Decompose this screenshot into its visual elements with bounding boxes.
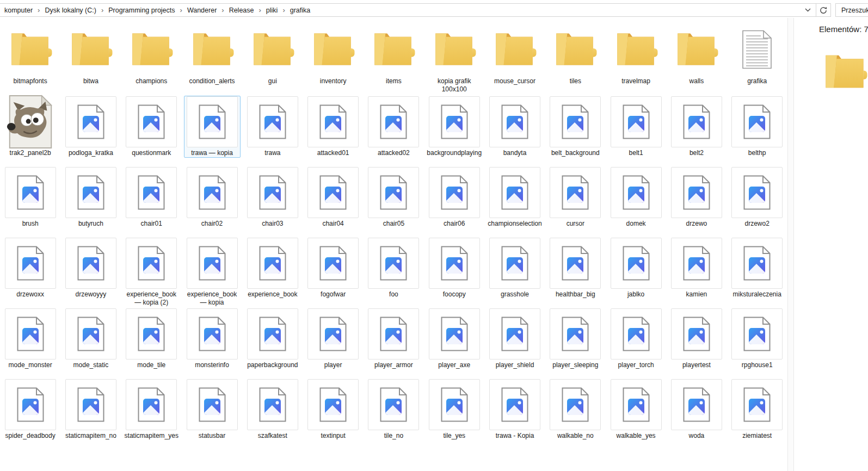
file-tile[interactable]: bandyta <box>487 96 543 158</box>
file-tile[interactable]: szafkatest <box>244 379 301 441</box>
file-tile[interactable]: rpghouse1 <box>729 308 785 370</box>
vertical-scrollbar[interactable] <box>787 18 794 471</box>
file-tile[interactable]: player_torch <box>608 308 664 370</box>
file-tile[interactable]: trawa <box>244 96 301 158</box>
file-tile[interactable]: chair04 <box>305 166 361 228</box>
file-tile[interactable]: trawa — kopia <box>184 96 241 158</box>
item-label: spider_deadbody <box>3 432 58 440</box>
file-tile[interactable]: brush <box>2 166 59 228</box>
breadcrumb-item[interactable]: grafika <box>288 7 312 14</box>
file-tile[interactable]: belthp <box>729 96 785 158</box>
file-tile[interactable]: mode_static <box>63 308 119 370</box>
file-tile[interactable]: mode_tile <box>123 308 180 370</box>
file-tile[interactable]: belt1 <box>608 96 664 158</box>
file-tile[interactable]: player_armor <box>365 308 422 370</box>
file-tile[interactable]: playertest <box>668 308 725 370</box>
file-tile[interactable]: foocopy <box>426 237 483 299</box>
file-tile[interactable]: player_axe <box>426 308 483 370</box>
file-tile[interactable]: player_sleeping <box>547 308 604 370</box>
file-tile[interactable]: staticmapitem_no <box>63 379 119 441</box>
file-tile[interactable]: tile_no <box>365 379 422 441</box>
folder-tile[interactable]: kopia grafik 100x100 <box>426 23 483 94</box>
folder-tile[interactable]: condition_alerts <box>184 23 241 94</box>
file-tile[interactable]: backgroundplaying <box>426 96 483 158</box>
file-tile[interactable]: foo <box>365 237 422 299</box>
file-tile[interactable]: spider_deadbody <box>2 379 59 441</box>
file-tile[interactable]: chair05 <box>365 166 422 228</box>
file-tile[interactable]: experience_book — kopia (2) <box>123 237 180 307</box>
file-tile[interactable]: healthbar_big <box>547 237 604 299</box>
file-tile[interactable]: statusbar <box>184 379 241 441</box>
folder-tile[interactable]: travelmap <box>608 23 664 94</box>
folder-tile[interactable]: items <box>365 23 422 94</box>
file-tile[interactable]: championselection <box>487 166 543 228</box>
item-label: experience_book — kopia <box>184 290 240 307</box>
file-tile[interactable]: grafika <box>729 23 785 94</box>
file-tile[interactable]: player <box>305 308 361 370</box>
file-tile[interactable]: experience_book <box>244 237 301 299</box>
folder-tile[interactable]: gui <box>244 23 301 94</box>
file-tile[interactable]: staticmapitem_yes <box>123 379 180 441</box>
file-tile[interactable]: trak2_panel2b <box>2 96 59 158</box>
search-input[interactable]: Przeszuk <box>835 3 868 17</box>
folder-tile[interactable]: tiles <box>547 23 604 94</box>
file-tile[interactable]: domek <box>608 166 664 228</box>
folder-tile[interactable]: mouse_cursor <box>487 23 543 94</box>
folder-tile[interactable]: champions <box>123 23 180 94</box>
folder-tile[interactable]: bitmapfonts <box>2 23 59 94</box>
folder-tile[interactable]: bitwa <box>63 23 119 94</box>
file-tile[interactable]: belt2 <box>668 96 725 158</box>
file-tile[interactable]: tile_yes <box>426 379 483 441</box>
file-tile[interactable]: cursor <box>547 166 604 228</box>
file-tile[interactable]: jablko <box>608 237 664 299</box>
item-label: tiles <box>547 77 603 85</box>
file-tile[interactable]: podloga_kratka <box>63 96 119 158</box>
file-tile[interactable]: textinput <box>305 379 361 441</box>
thumbnail-frame <box>126 167 177 218</box>
file-tile[interactable]: chair02 <box>184 166 241 228</box>
file-tile[interactable]: questionmark <box>123 96 180 158</box>
file-tile[interactable]: drzewoxx <box>2 237 59 299</box>
file-tile[interactable]: player_shield <box>487 308 543 370</box>
file-tile[interactable]: trawa - Kopia <box>487 379 543 441</box>
file-tile[interactable]: drzewoyyy <box>63 237 119 299</box>
thumbnail-frame <box>5 167 56 218</box>
breadcrumb-item[interactable]: Release <box>227 7 256 14</box>
file-tile[interactable]: belt_background <box>547 96 604 158</box>
item-label: bandyta <box>487 149 543 157</box>
file-tile[interactable]: attacked01 <box>305 96 361 158</box>
file-tile[interactable]: chair03 <box>244 166 301 228</box>
file-tile[interactable]: ziemiatest <box>729 379 785 441</box>
item-label: inventory <box>305 77 361 85</box>
thumbnail-frame <box>489 167 540 218</box>
folder-tile[interactable]: walls <box>668 23 725 94</box>
file-tile[interactable]: miksturaleczenia <box>729 237 785 299</box>
folder-tile[interactable]: inventory <box>305 23 361 94</box>
file-tile[interactable]: fogofwar <box>305 237 361 299</box>
file-tile[interactable]: walkable_no <box>547 379 604 441</box>
breadcrumb-item[interactable]: Wanderer <box>186 7 218 14</box>
breadcrumb-item[interactable]: pliki <box>264 7 280 14</box>
file-tile[interactable]: drzewo2 <box>729 166 785 228</box>
breadcrumb-item[interactable]: Dysk lokalny (C:) <box>43 7 97 14</box>
refresh-button[interactable] <box>816 4 830 16</box>
chevron-down-icon[interactable] <box>799 4 816 16</box>
file-tile[interactable]: mode_monster <box>2 308 59 370</box>
image-file-icon <box>258 246 287 281</box>
file-tile[interactable]: drzewo <box>668 166 725 228</box>
file-tile[interactable]: monsterinfo <box>184 308 241 370</box>
file-tile[interactable]: paperbackground <box>244 308 301 370</box>
file-tile[interactable]: walkable_yes <box>608 379 664 441</box>
file-tile[interactable]: attacked02 <box>365 96 422 158</box>
breadcrumb-item[interactable]: Programming projects <box>107 7 176 14</box>
file-tile[interactable]: experience_book — kopia <box>184 237 241 307</box>
file-tile[interactable]: butyruch <box>63 166 119 228</box>
file-tile[interactable]: grasshole <box>487 237 543 299</box>
file-grid-area[interactable]: bitmapfontsbitwachampionscondition_alert… <box>0 18 787 471</box>
file-tile[interactable]: kamien <box>668 237 725 299</box>
file-tile[interactable]: chair01 <box>123 166 180 228</box>
file-tile[interactable]: chair06 <box>426 166 483 228</box>
file-tile[interactable]: woda <box>668 379 725 441</box>
address-bar[interactable]: komputer›Dysk lokalny (C:)›Programming p… <box>0 3 831 17</box>
breadcrumb-item[interactable]: komputer <box>3 7 34 14</box>
